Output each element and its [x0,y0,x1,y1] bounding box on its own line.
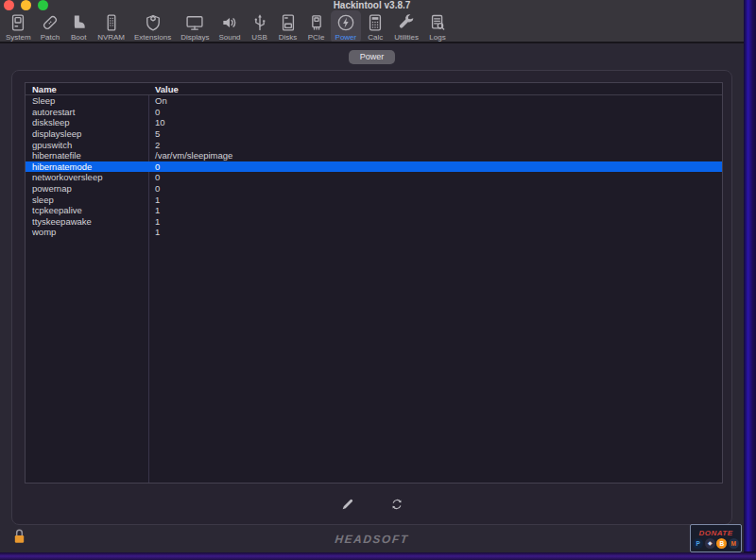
toolbar-item-label: Utilities [394,33,419,42]
zoom-button[interactable] [38,0,48,10]
row-value: 0 [148,161,160,172]
row-value: 2 [148,140,160,150]
row-name: ttyskeepawake [26,216,148,227]
toolbar-item-label: Boot [71,33,86,42]
row-value: 1 [148,216,160,227]
table-row[interactable]: Sleep On [26,95,722,107]
toolbar-item-label: Disks [279,33,298,42]
bitcoin-icon[interactable]: B [716,538,727,549]
table-row-selected[interactable]: hibernatemode 0 [26,161,722,173]
extensions-icon [144,12,163,32]
row-value: 0 [148,183,160,194]
toolbar-item-system[interactable]: System [1,10,36,43]
toolbar-item-label: PCIe [308,33,325,42]
donate-coins: P ◆ B M [693,538,739,549]
toolbar-item-label: NVRAM [97,33,125,42]
close-button[interactable] [4,0,14,10]
table-row[interactable]: disksleep 10 [26,117,722,128]
table-row[interactable]: hibernatefile /var/vm/sleepimage [26,150,722,161]
row-name: hibernatemode [26,161,148,172]
row-value: 0 [148,172,160,182]
sound-icon [220,12,239,32]
row-name: hibernatefile [26,150,148,161]
desktop-strip-right [743,0,756,560]
toolbar-item-extensions[interactable]: Extensions [129,10,176,43]
row-value: 1 [148,227,160,237]
table-row[interactable]: autorestart 0 [26,107,722,118]
row-name: networkoversleep [26,172,148,182]
pcie-icon [307,12,326,32]
row-name: Sleep [26,95,148,106]
hackintool-window: Hackintool v3.8.7 System Patch [0,0,744,552]
desktop-strip-bottom [0,552,756,560]
titlebar-toolbar: Hackintool v3.8.7 System Patch [0,0,744,42]
toolbar-item-label: Displays [180,33,209,42]
row-name: displaysleep [26,128,148,139]
toolbar-item-label: Calc [368,33,383,42]
minimize-button[interactable] [21,0,31,10]
row-value: 10 [148,117,165,127]
patch-icon [41,12,60,32]
toolbar-item-pcie[interactable]: PCIe [302,10,331,43]
row-value: 5 [148,128,160,139]
toolbar-item-calc[interactable]: Calc [361,10,389,43]
toolbar-item-sound[interactable]: Sound [214,10,245,43]
toolbar-item-label: Sound [218,33,240,42]
power-panel: Name Value Sleep On autorestart 0 disksl… [11,70,732,525]
donate-box[interactable]: DONATE P ◆ B M [690,524,742,552]
table-row[interactable]: sleep 1 [26,194,722,205]
toolbar-item-logs[interactable]: Logs [423,10,452,43]
row-value: 1 [148,205,160,215]
headsoft-logo: HEADSOFT [0,533,744,546]
table-row[interactable]: ttyskeepawake 1 [26,216,722,228]
toolbar-item-utilities[interactable]: Utilities [389,10,423,43]
toolbar-item-label: Extensions [134,33,171,42]
logs-icon [428,12,447,32]
row-value: /var/vm/sleepimage [148,150,232,161]
tab-power[interactable]: Power [349,50,396,64]
toolbar-item-disks[interactable]: Disks [274,10,302,43]
table-row[interactable]: networkoversleep 0 [26,172,722,183]
table-actions [12,496,731,513]
toolbar-item-label: Patch [41,33,60,42]
disks-icon [279,12,298,32]
table-header: Name Value [26,83,722,95]
table-row[interactable]: womp 1 [26,227,722,238]
row-name: tcpkeepalive [26,205,148,215]
donate-label[interactable]: DONATE [698,529,732,537]
pencil-icon [340,497,355,512]
row-name: sleep [26,195,148,205]
toolbar-item-displays[interactable]: Displays [176,10,214,43]
table-row[interactable]: displaysleep 5 [26,128,722,140]
row-name: disksleep [26,117,148,127]
row-value: 1 [148,195,160,205]
column-header-name[interactable]: Name [26,84,148,94]
toolbar-item-label: USB [251,33,266,42]
edit-button[interactable] [337,496,358,513]
refresh-icon [389,497,404,512]
row-value: On [148,95,167,106]
row-name: womp [26,227,148,237]
toolbar-item-usb[interactable]: USB [246,10,274,43]
traffic-lights [4,0,48,10]
system-icon [9,12,27,32]
toolbar-item-nvram[interactable]: NVRAM [93,10,129,43]
toolbar-item-boot[interactable]: Boot [64,10,93,43]
table-row[interactable]: gpuswitch 2 [26,139,722,150]
table-row[interactable]: tcpkeepalive 1 [26,205,722,216]
monero-icon[interactable]: M [729,538,739,549]
power-settings-table: Name Value Sleep On autorestart 0 disksl… [25,82,723,484]
toolbar-item-power[interactable]: Power [331,10,362,43]
column-header-value[interactable]: Value [148,84,179,94]
toolbar: System Patch Boot [1,10,452,43]
status-footer: HEADSOFT DONATE P ◆ B M [0,525,744,552]
refresh-button[interactable] [387,496,407,513]
table-row[interactable]: powernap 0 [26,183,722,195]
toolbar-item-patch[interactable]: Patch [36,10,64,43]
utilities-icon [397,12,416,32]
paypal-icon[interactable]: P [693,538,703,549]
ethereum-icon[interactable]: ◆ [705,538,715,549]
row-name: powernap [26,183,148,194]
toolbar-item-label: System [6,33,31,42]
toolbar-item-label: Logs [429,33,445,42]
